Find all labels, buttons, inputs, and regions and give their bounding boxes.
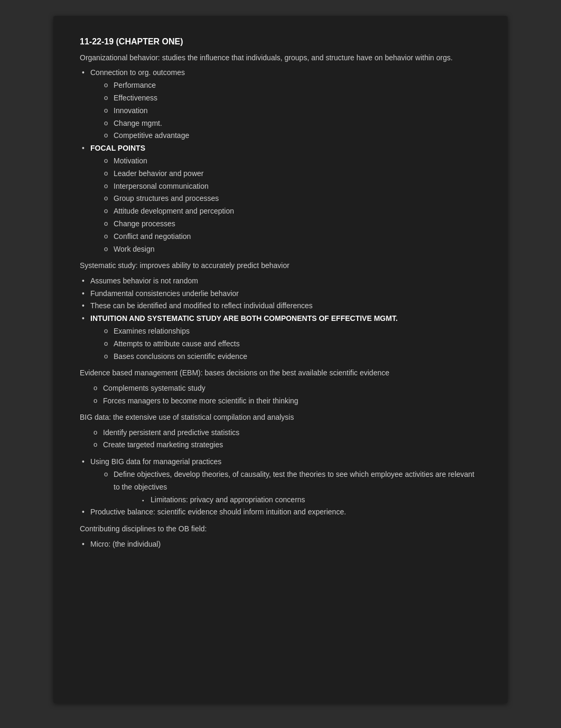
- list-item: Motivation: [90, 155, 481, 168]
- list-item: Connection to org. outcomes Performance …: [80, 67, 481, 142]
- document-title: 11-22-19 (CHAPTER ONE): [80, 37, 481, 47]
- list-item: Create targeted marketing strategies: [80, 439, 481, 451]
- big-data-bullet-sub: Define objectives, develop theories, of …: [90, 468, 481, 506]
- big-data-bullet-list: Using BIG data for managerial practices …: [80, 456, 481, 519]
- ebm-heading: Evidence based management (EBM): bases d…: [80, 367, 481, 379]
- list-item: Examines relationships: [90, 325, 481, 338]
- list-item: Bases conclusions on scientific evidence: [90, 351, 481, 363]
- list-item: Effectiveness: [90, 92, 481, 105]
- list-item: Group structures and processes: [90, 192, 481, 205]
- intro-text: Organizational behavior: studies the inf…: [80, 52, 481, 63]
- list-item: Innovation: [90, 105, 481, 117]
- systematic-study-bullets: Assumes behavior is not random Fundament…: [80, 275, 481, 363]
- sub-list: Performance Effectiveness Innovation Cha…: [90, 79, 481, 142]
- list-item: Work design: [90, 243, 481, 256]
- list-item: FOCAL POINTS Motivation Leader behavior …: [80, 142, 481, 255]
- list-item: INTUITION AND SYSTEMATIC STUDY ARE BOTH …: [80, 312, 481, 363]
- main-bullet-list: Connection to org. outcomes Performance …: [80, 67, 481, 255]
- list-item: Productive balance: scientific evidence …: [80, 506, 481, 519]
- list-item: Limitations: privacy and appropriation c…: [114, 494, 481, 506]
- list-item: Attitude development and perception: [90, 205, 481, 218]
- list-item: Using BIG data for managerial practices …: [80, 456, 481, 506]
- list-item: Leader behavior and power: [90, 168, 481, 180]
- list-item: These can be identified and modified to …: [80, 300, 481, 312]
- ebm-sub-list: Complements systematic study Forces mana…: [80, 382, 481, 408]
- list-item: Assumes behavior is not random: [80, 275, 481, 288]
- list-item: Performance: [90, 79, 481, 92]
- list-item: Attempts to attribute cause and effects: [90, 338, 481, 351]
- list-item: Competitive advantage: [90, 130, 481, 142]
- list-item: Interpersonal communication: [90, 180, 481, 193]
- list-item: Change mgmt.: [90, 117, 481, 130]
- list-item: Micro: (the individual): [80, 538, 481, 551]
- list-item: Define objectives, develop theories, of …: [90, 468, 481, 506]
- big-data-sub-sub: Limitations: privacy and appropriation c…: [114, 494, 481, 506]
- systematic-study-heading: Systematic study: improves ability to ac…: [80, 260, 481, 271]
- big-data-sub-list: Identify persistent and predictive stati…: [80, 427, 481, 452]
- contributing-bullets: Micro: (the individual): [80, 538, 481, 551]
- big-data-heading: BIG data: the extensive use of statistic…: [80, 411, 481, 423]
- list-item: Identify persistent and predictive stati…: [80, 427, 481, 439]
- list-item: Change processes: [90, 218, 481, 231]
- sub-list: Motivation Leader behavior and power Int…: [90, 155, 481, 255]
- contributing-heading: Contributing disciplines to the OB field…: [80, 523, 481, 535]
- bold-sub-list: Examines relationships Attempts to attri…: [90, 325, 481, 363]
- list-item: Fundamental consistencies underlie behav…: [80, 288, 481, 300]
- list-item: Forces managers to become more scientifi…: [80, 395, 481, 408]
- list-item: Complements systematic study: [80, 382, 481, 395]
- document-container: 11-22-19 (CHAPTER ONE) Organizational be…: [53, 16, 508, 703]
- list-item: Conflict and negotiation: [90, 231, 481, 243]
